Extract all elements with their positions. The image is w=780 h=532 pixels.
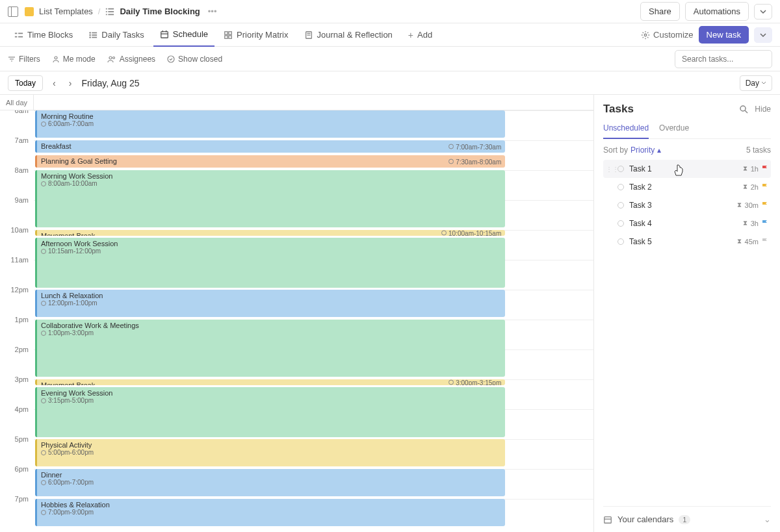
more-icon[interactable]: ••• [208,6,217,16]
hourglass-icon: ⧗ [743,165,748,173]
tab-journal[interactable]: Journal & Reflection [298,23,399,47]
time-blocks-icon [14,31,23,40]
calendar-event[interactable]: Lunch & Relaxation12:00pm-1:00pm [35,290,505,317]
current-date-label: Friday, Aug 25 [81,78,139,88]
all-day-area[interactable] [34,95,593,110]
hour-label: 7pm [0,495,34,525]
tab-priority-matrix[interactable]: Priority Matrix [217,23,294,47]
view-selector[interactable]: Day [740,75,772,91]
priority-flag-icon [762,166,768,172]
your-calendars-label[interactable]: Your calendars [618,514,673,524]
tab-schedule[interactable]: Schedule [153,23,214,47]
new-task-button[interactable]: New task [699,26,749,44]
automations-button[interactable]: Automations [685,2,749,21]
task-status-circle[interactable] [618,166,624,172]
share-button[interactable]: Share [640,2,680,21]
svg-rect-4 [106,14,107,15]
event-title: Morning Work Session [41,172,501,180]
calendar-event[interactable]: Afternoon Work Session10:15am-12:00pm [35,238,505,288]
task-status-circle[interactable] [618,202,624,209]
task-status-circle[interactable] [618,220,624,227]
customize-button[interactable]: Customize [641,30,693,40]
svg-point-10 [90,32,92,34]
people-icon [107,55,116,63]
calendar-event[interactable]: Physical Activity5:00pm-6:00pm [35,439,505,466]
task-item[interactable]: ⋮⋮Task 1⧗1h [603,160,771,178]
task-status-circle[interactable] [618,184,624,190]
svg-point-27 [644,34,647,36]
task-item[interactable]: Task 2⧗2h [603,178,771,196]
calendar-icon [160,30,169,39]
calendar-event[interactable]: Collaborative Work & Meetings1:00pm-3:00… [35,320,505,377]
calendar-event[interactable]: Movement Break3:00pm-3:15pm [35,379,505,385]
calendar-icon [603,515,612,524]
svg-rect-15 [92,36,98,38]
hour-label: 1pm [0,316,34,346]
add-view-button[interactable]: + Add [402,23,439,47]
person-icon [52,55,60,63]
calendar-event[interactable]: Movement Break10:00am-10:15am [35,230,505,236]
task-duration: 3h [751,220,759,227]
hide-panel-button[interactable]: Hide [755,105,771,114]
filters-button[interactable]: Filters [8,55,40,64]
svg-rect-6 [15,32,18,34]
hour-label: 11am [0,256,34,286]
tab-time-blocks[interactable]: Time Blocks [8,23,79,47]
task-name: Task 5 [629,237,652,246]
tab-unscheduled[interactable]: Unscheduled [603,123,649,139]
tab-daily-tasks[interactable]: Daily Tasks [82,23,151,47]
chevron-down-icon[interactable]: ⌄ [764,514,771,524]
drag-handle-icon[interactable]: ⋮⋮ [606,166,612,173]
sort-by-label: Sort by [603,146,628,155]
breadcrumb-parent[interactable]: List Templates [39,6,93,16]
today-button[interactable]: Today [8,75,43,91]
event-title: Physical Activity [41,441,501,449]
search-input[interactable] [675,50,772,68]
clock-icon [41,301,46,306]
header-dropdown-button[interactable] [754,4,772,19]
clock-icon [41,480,46,485]
event-title: Morning Routine [41,112,501,120]
list-icon [88,31,98,40]
new-task-dropdown[interactable] [754,27,772,43]
event-time: 6:00pm-7:00pm [41,479,501,486]
task-status-circle[interactable] [618,238,624,245]
task-item[interactable]: Task 5⧗45m [603,233,771,251]
breadcrumb-current[interactable]: Daily Time Blocking [120,6,200,16]
search-icon[interactable] [739,105,748,114]
event-time: 7:00am-7:30am [448,143,501,150]
calendar-event[interactable]: Breakfast7:00am-7:30am [35,140,505,153]
assignees-button[interactable]: Assignees [107,55,155,64]
next-day-button[interactable]: › [66,77,75,90]
prev-day-button[interactable]: ‹ [49,77,59,90]
calendar-event[interactable]: Hobbies & Relaxation7:00pm-9:00pm [35,499,505,526]
task-name: Task 4 [629,219,652,228]
tab-label: Priority Matrix [237,30,288,40]
clock-icon [41,181,46,186]
calendar-event[interactable]: Dinner6:00pm-7:00pm [35,469,505,496]
folder-icon [25,7,34,16]
clock-icon [41,510,46,515]
calendar-event[interactable]: Morning Routine6:00am-7:00am [35,110,505,138]
clock-icon [41,398,46,403]
sort-value-button[interactable]: Priority ▴ [630,146,661,155]
tab-overdue[interactable]: Overdue [659,123,689,138]
me-mode-button[interactable]: Me mode [52,55,96,64]
list-icon [105,7,114,16]
check-circle-icon [167,55,175,63]
calendar-event[interactable]: Evening Work Session3:15pm-5:00pm [35,387,505,437]
svg-point-35 [740,106,746,111]
event-time: 8:00am-10:00am [41,180,501,187]
task-item[interactable]: Task 4⧗3h [603,214,771,233]
svg-rect-37 [604,516,612,523]
calendar-event[interactable]: Planning & Goal Setting7:30am-8:00am [35,155,505,168]
event-time: 10:00am-10:15am [441,230,501,236]
task-item[interactable]: Task 3⧗30m [603,196,771,214]
svg-point-31 [55,57,57,59]
task-count-label: 5 tasks [746,146,771,155]
event-title: Hobbies & Relaxation [41,501,501,509]
sidebar-toggle-icon[interactable] [8,6,18,17]
event-title: Dinner [41,471,501,479]
calendar-event[interactable]: Morning Work Session8:00am-10:00am [35,170,505,227]
show-closed-button[interactable]: Show closed [167,55,222,64]
